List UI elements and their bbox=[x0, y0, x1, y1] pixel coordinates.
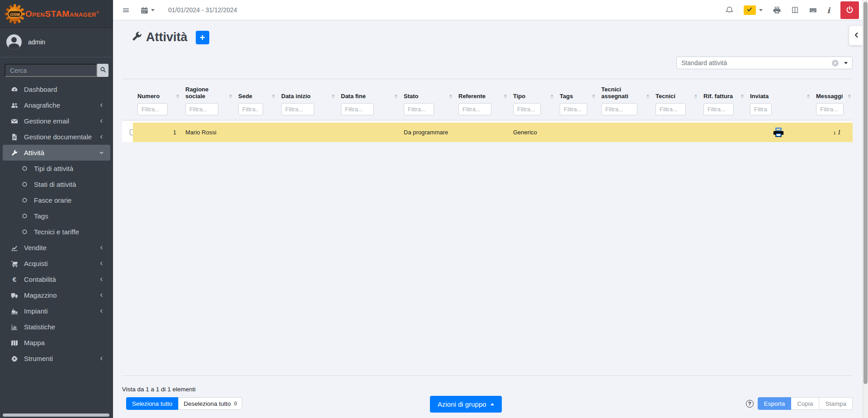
copy-button[interactable]: Copia bbox=[791, 397, 819, 410]
column-label: Tecnici assegnati bbox=[601, 86, 634, 100]
filter-input-stato[interactable] bbox=[404, 103, 434, 115]
sort-icon[interactable] bbox=[550, 94, 554, 99]
column-header-checkbox bbox=[122, 79, 133, 120]
brand[interactable]: OSM OpenSTAManager® bbox=[0, 0, 113, 28]
sidebar-item-tags[interactable]: Tags bbox=[3, 208, 110, 224]
sidebar-item-label: Fasce orarie bbox=[34, 196, 71, 204]
filter-input-numero[interactable] bbox=[137, 103, 168, 115]
sort-icon[interactable] bbox=[394, 94, 398, 99]
deselect-all-button[interactable]: Deseleziona tutto 0 bbox=[178, 397, 242, 410]
power-button[interactable] bbox=[840, 1, 859, 19]
filter-input-tags[interactable] bbox=[560, 103, 587, 115]
export-button[interactable]: Esporta bbox=[758, 397, 792, 410]
book-icon[interactable] bbox=[791, 6, 799, 14]
sidebar-item-contabilita[interactable]: €Contabilità bbox=[3, 271, 110, 287]
column-header-ragione_sociale[interactable]: Ragione sociale bbox=[181, 79, 234, 120]
column-header-tecnici_assegnati[interactable]: Tecnici assegnati bbox=[597, 79, 651, 120]
column-header-numero[interactable]: Numero bbox=[133, 79, 181, 120]
filter-input-tipo[interactable] bbox=[513, 103, 541, 115]
filter-input-data_inizio[interactable] bbox=[281, 103, 314, 115]
sidebar-item-tecnici-e-tariffe[interactable]: Tecnici e tariffe bbox=[3, 224, 110, 240]
column-header-rif_fattura[interactable]: Rif. fattura bbox=[699, 79, 745, 120]
sidebar-horizontal-scrollbar[interactable] bbox=[3, 413, 109, 417]
sort-icon[interactable] bbox=[176, 94, 179, 99]
clear-selection-icon[interactable]: × bbox=[832, 60, 839, 66]
plugin-select[interactable]: Standard attività × bbox=[676, 57, 853, 69]
sidebar-item-acquisti[interactable]: Acquisti bbox=[3, 256, 110, 271]
info-icon[interactable]: i bbox=[827, 6, 830, 15]
column-header-tecnici[interactable]: Tecnici bbox=[651, 79, 699, 120]
sidebar-item-vendite[interactable]: Vendite bbox=[3, 240, 110, 256]
scrollbar-thumb[interactable] bbox=[863, 2, 868, 384]
chevron-left-icon bbox=[99, 293, 104, 298]
sidebar-item-statistiche[interactable]: Statistiche bbox=[3, 319, 110, 335]
group-actions-label: Azioni di gruppo bbox=[438, 400, 486, 408]
user-panel[interactable]: admin bbox=[0, 28, 113, 57]
add-button[interactable]: + bbox=[196, 31, 209, 44]
printer-icon[interactable] bbox=[773, 127, 784, 138]
column-header-tipo[interactable]: Tipo bbox=[509, 79, 555, 120]
sidebar-item-gestione-documentale[interactable]: Gestione documentale bbox=[3, 129, 110, 145]
filter-input-referente[interactable] bbox=[458, 103, 491, 115]
select-all-button[interactable]: Seleziona tutto bbox=[126, 397, 178, 410]
group-actions-button[interactable]: Azioni di gruppo bbox=[430, 396, 502, 413]
printer-icon[interactable] bbox=[773, 6, 781, 14]
sort-icon[interactable] bbox=[229, 94, 232, 99]
sort-icon[interactable] bbox=[848, 94, 851, 99]
filter-input-data_fine[interactable] bbox=[341, 103, 374, 115]
filter-input-inviata[interactable] bbox=[750, 103, 772, 115]
sort-icon[interactable] bbox=[741, 94, 744, 99]
sidebar-item-attivita[interactable]: Attività bbox=[3, 145, 110, 161]
hamburger-icon[interactable] bbox=[122, 6, 130, 14]
sort-icon[interactable] bbox=[592, 94, 595, 99]
sidebar-item-dashboard[interactable]: Dashboard bbox=[3, 81, 110, 97]
filter-input-rif_fattura[interactable] bbox=[703, 103, 734, 115]
column-header-data_fine[interactable]: Data fine bbox=[336, 79, 399, 120]
sort-icon[interactable] bbox=[504, 94, 507, 99]
sidebar-item-magazzino[interactable]: Magazzino bbox=[3, 287, 110, 303]
sidebar-item-label: Gestione documentale bbox=[24, 133, 92, 141]
date-range-label[interactable]: 01/01/2024 - 31/12/2024 bbox=[168, 6, 237, 14]
sort-icon[interactable] bbox=[272, 94, 275, 99]
session-toggle[interactable] bbox=[744, 5, 763, 15]
sidebar-item-strumenti[interactable]: Strumenti bbox=[3, 351, 110, 366]
column-header-stato[interactable]: Stato bbox=[399, 79, 454, 120]
collapse-panel-button[interactable] bbox=[849, 26, 864, 45]
search-icon bbox=[100, 66, 106, 74]
vertical-scrollbar[interactable] bbox=[863, 0, 868, 418]
sidebar-item-mappa[interactable]: Mappa bbox=[3, 335, 110, 351]
column-header-sede[interactable]: Sede bbox=[234, 79, 277, 120]
filter-input-ragione_sociale[interactable] bbox=[185, 103, 218, 115]
check-button[interactable] bbox=[744, 5, 756, 15]
row-checkbox[interactable] bbox=[130, 129, 133, 135]
sidebar-item-anagrafiche[interactable]: Anagrafiche bbox=[3, 97, 110, 113]
sidebar-item-tipi-di-attivita[interactable]: Tipi di attività bbox=[3, 161, 110, 176]
filter-input-messaggi[interactable] bbox=[816, 103, 844, 115]
print-button[interactable]: Stampa bbox=[819, 397, 853, 410]
bell-icon[interactable] bbox=[726, 6, 733, 14]
help-icon[interactable]: ? bbox=[746, 400, 754, 408]
sort-icon[interactable] bbox=[449, 94, 453, 99]
sort-icon[interactable] bbox=[807, 94, 810, 99]
sidebar-item-impianti[interactable]: Impianti bbox=[3, 303, 110, 319]
sort-icon[interactable] bbox=[694, 94, 698, 99]
sort-icon[interactable] bbox=[646, 94, 650, 99]
search-button[interactable] bbox=[97, 64, 108, 77]
sidebar-item-fasce-orarie[interactable]: Fasce orarie bbox=[3, 192, 110, 208]
column-header-data_inizio[interactable]: Data inizio bbox=[277, 79, 336, 120]
brand-name: OpenSTAManager® bbox=[25, 9, 99, 19]
search-input[interactable] bbox=[5, 64, 97, 77]
keyboard-icon[interactable] bbox=[809, 6, 817, 14]
date-range-picker[interactable] bbox=[141, 6, 155, 14]
column-header-referente[interactable]: Referente bbox=[454, 79, 509, 120]
sidebar-item-stati-di-attivita[interactable]: Stati di attività bbox=[3, 176, 110, 192]
column-header-messaggi[interactable]: Messaggi bbox=[811, 79, 853, 120]
filter-input-tecnici_assegnati[interactable] bbox=[601, 103, 637, 115]
filter-input-sede[interactable] bbox=[238, 103, 263, 115]
table-row[interactable]: 1Mario RossiDa programmareGenerico11 bbox=[122, 123, 853, 142]
filter-input-tecnici[interactable] bbox=[656, 103, 686, 115]
column-header-tags[interactable]: Tags bbox=[555, 79, 597, 120]
sort-icon[interactable] bbox=[331, 94, 335, 99]
sidebar-item-gestione-email[interactable]: Gestione email bbox=[3, 113, 110, 129]
column-header-inviata[interactable]: Inviata bbox=[745, 79, 811, 120]
